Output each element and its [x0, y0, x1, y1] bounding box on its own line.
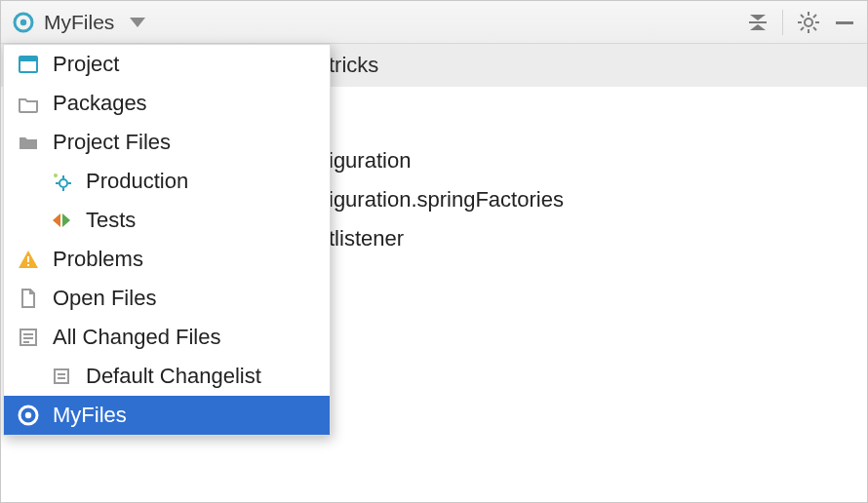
gear-icon[interactable]: [797, 11, 820, 34]
svg-point-1: [20, 19, 26, 24]
chevron-down-icon: [130, 18, 145, 27]
svg-marker-2: [130, 18, 145, 27]
svg-rect-4: [749, 21, 767, 23]
production-icon: [49, 169, 74, 194]
scope-option-label: Packages: [53, 91, 147, 116]
scope-option[interactable]: Default Changelist: [4, 357, 330, 396]
tool-window-toolbar: MyFiles: [1, 1, 867, 44]
svg-rect-33: [55, 369, 68, 383]
scope-dropdown: ProjectPackagesProject FilesProductionTe…: [3, 44, 331, 436]
svg-rect-17: [20, 57, 37, 61]
changelist-icon: [49, 364, 74, 389]
changed-icon: [16, 325, 41, 350]
svg-marker-25: [62, 213, 70, 227]
svg-line-13: [801, 27, 804, 30]
svg-line-12: [813, 27, 816, 30]
svg-rect-27: [27, 256, 29, 262]
svg-marker-5: [750, 24, 766, 30]
svg-marker-24: [53, 213, 60, 227]
scope-option[interactable]: Packages: [4, 84, 330, 123]
separator: [782, 10, 783, 35]
scope-option[interactable]: Problems: [4, 240, 330, 279]
svg-line-11: [801, 15, 804, 18]
scope-option[interactable]: MyFiles: [4, 396, 330, 435]
target-icon: [16, 403, 41, 428]
openfiles-icon: [16, 286, 41, 311]
svg-rect-28: [27, 264, 29, 266]
scope-option-label: Default Changelist: [86, 364, 261, 389]
svg-line-14: [813, 15, 816, 18]
scope-selector[interactable]: MyFiles: [13, 11, 737, 34]
scope-option-label: Production: [86, 169, 188, 194]
svg-point-6: [805, 19, 812, 26]
problems-icon: [16, 247, 41, 272]
scope-option-label: Project: [53, 52, 119, 77]
svg-point-37: [25, 412, 31, 418]
scope-option-label: Problems: [53, 247, 143, 272]
scope-option-label: Tests: [86, 208, 136, 233]
tree-item[interactable]: tlistener: [329, 219, 867, 258]
scope-option-label: Open Files: [53, 286, 156, 311]
scope-option-label: MyFiles: [53, 403, 127, 428]
svg-rect-15: [836, 21, 853, 24]
minimize-icon[interactable]: [834, 12, 855, 33]
scope-option[interactable]: Project: [4, 45, 330, 84]
tests-icon: [49, 208, 74, 233]
packages-icon: [16, 91, 41, 116]
target-icon: [13, 12, 34, 33]
scope-option[interactable]: Production: [4, 162, 330, 201]
tree-item[interactable]: iguration: [329, 141, 867, 180]
svg-marker-3: [750, 15, 766, 20]
tree-item[interactable]: iguration.springFactories: [329, 180, 867, 219]
svg-point-18: [59, 179, 67, 187]
scope-option[interactable]: All Changed Files: [4, 318, 330, 357]
tree-root-label-partial: tricks: [329, 53, 378, 78]
svg-point-23: [54, 174, 58, 177]
scope-option-label: All Changed Files: [53, 325, 220, 350]
folder-icon: [16, 130, 41, 155]
scope-option[interactable]: Open Files: [4, 279, 330, 318]
scope-label: MyFiles: [44, 11, 114, 34]
collapse-all-icon[interactable]: [747, 12, 769, 33]
scope-option-label: Project Files: [53, 130, 171, 155]
scope-option[interactable]: Tests: [4, 201, 330, 240]
scope-option[interactable]: Project Files: [4, 123, 330, 162]
project-icon: [16, 52, 41, 77]
